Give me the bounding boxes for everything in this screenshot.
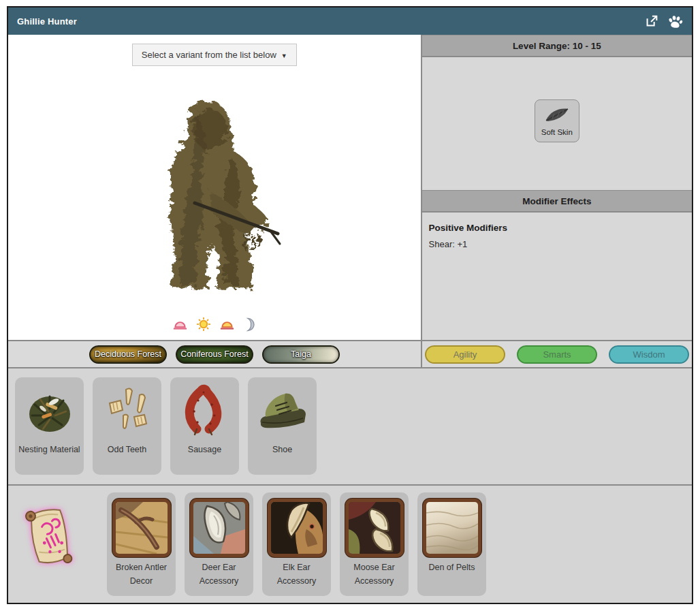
biome-deciduous-forest-button[interactable]: Deciduous Forest — [89, 345, 167, 364]
stat-agility-button[interactable]: Agility — [425, 345, 505, 364]
shoe-icon — [255, 383, 311, 439]
info-panel: Level Range: 10 - 15 Soft Skin Modifier … — [421, 35, 692, 340]
ghillie-hunter-illustration — [129, 89, 300, 294]
biome-buttons: Deciduous Forest Coniferous Forest Taiga — [8, 341, 422, 367]
feather-icon — [544, 106, 570, 126]
loot-items-section: Nesting Material — [8, 368, 692, 486]
sunrise-icon — [172, 317, 188, 331]
creature-panel: Select a variant from the list below ▼ — [8, 35, 421, 340]
item-label: Broken Antler Decor — [110, 561, 173, 588]
item-broken-antler-decor[interactable]: Broken Antler Decor — [107, 492, 176, 596]
item-label: Shoe — [272, 443, 292, 457]
biome-taiga-button[interactable]: Taiga — [262, 345, 340, 364]
den-of-pelts-icon — [423, 499, 481, 557]
craft-items-section: Broken Antler Decor Deer Ear Accessory — [8, 486, 692, 604]
ability-soft-skin[interactable]: Soft Skin — [535, 99, 579, 142]
ability-label: Soft Skin — [541, 128, 573, 136]
active-time-of-day — [172, 317, 257, 332]
deer-ear-icon — [190, 499, 249, 557]
item-label: Nesting Material — [18, 443, 80, 457]
item-label: Elk Ear Accessory — [265, 561, 328, 588]
stat-smarts-button[interactable]: Smarts — [517, 345, 597, 364]
moose-ear-icon — [345, 499, 404, 557]
item-deer-ear-accessory[interactable]: Deer Ear Accessory — [185, 492, 253, 596]
odd-teeth-icon — [99, 383, 155, 439]
paw-icon[interactable] — [667, 14, 683, 29]
page-title: Ghillie Hunter — [17, 16, 77, 27]
biome-stat-row: Deciduous Forest Coniferous Forest Taiga… — [8, 340, 692, 368]
elk-ear-icon — [268, 499, 326, 557]
item-elk-ear-accessory[interactable]: Elk Ear Accessory — [262, 492, 331, 596]
item-shoe[interactable]: Shoe — [248, 377, 317, 475]
app-window: Ghillie Hunter Select a — [7, 6, 693, 604]
level-range-header: Level Range: 10 - 15 — [422, 35, 692, 57]
item-odd-teeth[interactable]: Odd Teeth — [93, 377, 161, 475]
item-den-of-pelts[interactable]: Den of Pelts — [417, 492, 486, 596]
main-content: Select a variant from the list below ▼ — [8, 35, 692, 340]
variant-dropdown[interactable]: Select a variant from the list below ▼ — [132, 44, 297, 66]
stat-buttons: Agility Smarts Wisdom — [422, 341, 692, 367]
moon-icon — [243, 317, 257, 332]
item-sausage[interactable]: Sausage — [170, 377, 239, 475]
sausage-icon — [177, 383, 233, 439]
creature-image-area — [129, 66, 300, 317]
variant-dropdown-label: Select a variant from the list below — [142, 50, 276, 60]
chevron-down-icon: ▼ — [281, 52, 287, 59]
item-nesting-material[interactable]: Nesting Material — [15, 377, 84, 475]
sun-icon — [196, 317, 211, 332]
title-bar: Ghillie Hunter — [8, 7, 692, 35]
abilities-area: Soft Skin — [422, 57, 692, 190]
title-bar-actions — [644, 14, 683, 29]
nesting-material-icon — [22, 383, 78, 439]
item-label: Sausage — [188, 443, 221, 457]
item-label: Deer Ear Accessory — [187, 561, 251, 588]
broken-antler-icon — [112, 499, 171, 557]
modifier-entry: Shear: +1 — [429, 239, 685, 249]
modifier-effects-header: Modifier Effects — [422, 190, 692, 213]
stat-wisdom-button[interactable]: Wisdom — [609, 345, 689, 364]
positive-modifiers-title: Positive Modifiers — [429, 223, 685, 233]
external-link-icon[interactable] — [644, 14, 659, 29]
sunset-icon — [219, 317, 235, 331]
item-label: Odd Teeth — [108, 443, 146, 457]
item-label: Den of Pelts — [428, 561, 475, 575]
item-label: Moose Ear Accessory — [343, 561, 406, 588]
item-moose-ear-accessory[interactable]: Moose Ear Accessory — [340, 492, 409, 596]
modifier-effects-body: Positive Modifiers Shear: +1 — [422, 213, 692, 340]
recipe-scroll-icon[interactable] — [23, 503, 75, 573]
biome-coniferous-forest-button[interactable]: Coniferous Forest — [176, 345, 253, 364]
